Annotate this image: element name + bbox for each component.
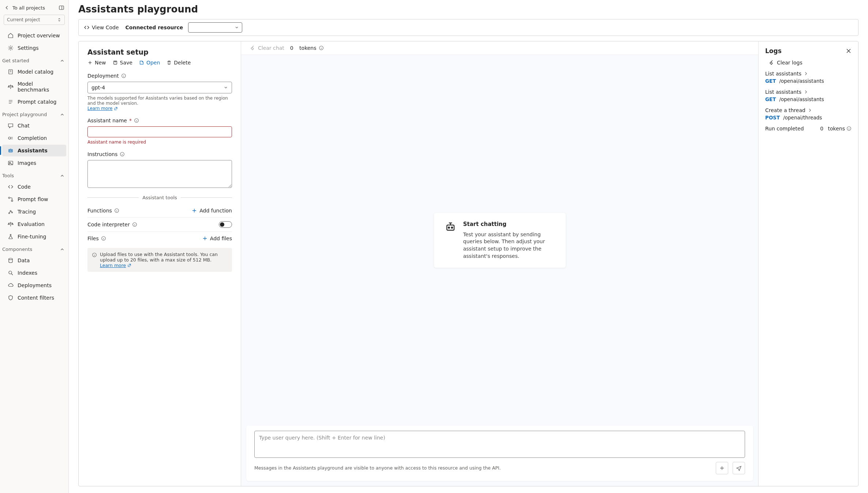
deployment-select[interactable]: gpt-4 bbox=[87, 82, 232, 93]
chevron-right-icon bbox=[804, 90, 808, 94]
nav-assistants[interactable]: Assistants bbox=[2, 145, 66, 156]
gear-icon bbox=[7, 45, 14, 51]
nav-fine-tuning[interactable]: Fine-tuning bbox=[2, 231, 66, 242]
connected-resource-label: Connected resource bbox=[126, 25, 183, 30]
external-link-icon bbox=[127, 263, 131, 267]
info-icon[interactable] bbox=[101, 236, 106, 241]
info-icon[interactable] bbox=[134, 118, 139, 123]
close-icon bbox=[846, 48, 852, 54]
svg-point-1 bbox=[10, 47, 12, 49]
svg-point-3 bbox=[8, 137, 11, 139]
section-components[interactable]: Components bbox=[0, 243, 68, 254]
code-icon bbox=[84, 25, 90, 30]
info-icon[interactable] bbox=[846, 126, 852, 131]
view-code-button[interactable]: View Code bbox=[84, 25, 119, 30]
nav-model-catalog[interactable]: Model catalog bbox=[2, 66, 66, 78]
info-icon[interactable] bbox=[114, 208, 119, 213]
deployment-learn-more-link[interactable]: Learn more bbox=[87, 106, 118, 111]
open-icon bbox=[139, 60, 144, 65]
nav-deployments[interactable]: Deployments bbox=[2, 279, 66, 291]
setup-title: Assistant setup bbox=[87, 48, 232, 56]
project-label: Current project bbox=[7, 17, 40, 22]
add-files-button[interactable]: Add files bbox=[202, 236, 232, 241]
delete-button[interactable]: Delete bbox=[167, 60, 191, 66]
files-learn-more-link[interactable]: Learn more bbox=[100, 263, 131, 268]
panel-collapse-icon[interactable] bbox=[58, 4, 65, 11]
nav-label: Project overview bbox=[18, 33, 60, 38]
nav-prompt-catalog[interactable]: Prompt catalog bbox=[2, 96, 66, 108]
chevron-down-icon bbox=[224, 85, 228, 90]
completion-icon bbox=[7, 135, 14, 141]
scale-icon bbox=[7, 84, 14, 90]
nav-images[interactable]: Images bbox=[2, 157, 66, 169]
flask-icon bbox=[7, 233, 14, 240]
close-logs-button[interactable] bbox=[846, 48, 852, 54]
svg-rect-0 bbox=[59, 6, 64, 10]
chevron-updown-icon bbox=[57, 18, 61, 22]
flow-icon bbox=[7, 196, 14, 203]
external-link-icon bbox=[114, 107, 118, 111]
deployment-help: The models supported for Assistants vari… bbox=[87, 96, 228, 106]
start-body: Test your assistant by sending queries b… bbox=[463, 231, 555, 260]
chevron-up-icon bbox=[60, 247, 65, 252]
info-icon[interactable] bbox=[121, 73, 126, 78]
nav-indexes[interactable]: Indexes bbox=[2, 267, 66, 279]
nav-project-overview[interactable]: Project overview bbox=[2, 30, 66, 41]
clear-chat-button[interactable]: Clear chat bbox=[250, 45, 284, 51]
broom-icon bbox=[769, 60, 775, 66]
new-button[interactable]: New bbox=[87, 60, 106, 66]
chevron-up-icon bbox=[60, 58, 65, 63]
current-project-selector[interactable]: Current project bbox=[4, 15, 65, 25]
section-tools[interactable]: Tools bbox=[0, 169, 68, 181]
nav-tracing[interactable]: Tracing bbox=[2, 206, 66, 218]
chat-panel: Clear chat 0 tokens Start chatting Test … bbox=[241, 41, 759, 486]
nav-evaluation[interactable]: Evaluation bbox=[2, 218, 66, 230]
index-icon bbox=[7, 270, 14, 276]
assistant-icon bbox=[7, 147, 14, 154]
section-playground[interactable]: Project playground bbox=[0, 108, 68, 119]
back-to-projects-link[interactable]: To all projects bbox=[4, 4, 45, 11]
attach-button[interactable] bbox=[716, 462, 728, 474]
svg-point-15 bbox=[9, 271, 12, 274]
info-icon[interactable] bbox=[120, 152, 125, 157]
chat-input[interactable] bbox=[254, 431, 745, 458]
nav-model-benchmarks[interactable]: Model benchmarks bbox=[2, 78, 66, 95]
svg-rect-16 bbox=[113, 61, 117, 64]
chevron-right-icon bbox=[804, 71, 808, 76]
nav-chat[interactable]: Chat bbox=[2, 120, 66, 131]
arrow-left-icon bbox=[4, 4, 10, 11]
add-function-button[interactable]: Add function bbox=[191, 208, 232, 214]
token-count: 0 tokens bbox=[290, 45, 324, 51]
info-icon[interactable] bbox=[319, 45, 324, 51]
info-icon bbox=[92, 252, 97, 257]
chat-icon bbox=[7, 122, 14, 129]
nav-prompt-flow[interactable]: Prompt flow bbox=[2, 193, 66, 205]
nav-settings[interactable]: Settings bbox=[2, 42, 66, 54]
send-button[interactable] bbox=[733, 462, 745, 474]
log-entry[interactable]: List assistants GET /openai/assistants bbox=[765, 71, 852, 84]
nav-completion[interactable]: Completion bbox=[2, 132, 66, 144]
assistant-setup-panel: Assistant setup New Save Open Delete Dep… bbox=[79, 41, 241, 486]
page-title: Assistants playground bbox=[78, 4, 858, 15]
nav-content-filters[interactable]: Content filters bbox=[2, 292, 66, 304]
nav-data[interactable]: Data bbox=[2, 255, 66, 266]
instructions-textarea[interactable] bbox=[87, 160, 232, 188]
shield-icon bbox=[7, 294, 14, 301]
section-get-started[interactable]: Get started bbox=[0, 54, 68, 66]
open-button[interactable]: Open bbox=[139, 60, 160, 66]
log-entry[interactable]: List assistants GET /openai/assistants bbox=[765, 89, 852, 102]
save-button[interactable]: Save bbox=[113, 60, 132, 66]
trash-icon bbox=[167, 60, 172, 65]
info-icon[interactable] bbox=[132, 222, 137, 227]
logs-panel: Logs Clear logs List assistants GET /ope… bbox=[759, 41, 858, 486]
nav-code[interactable]: Code bbox=[2, 181, 66, 193]
assistant-name-input[interactable] bbox=[87, 126, 232, 137]
code-interpreter-toggle[interactable] bbox=[219, 221, 232, 228]
connected-resource-select[interactable] bbox=[188, 22, 242, 33]
start-chatting-card: Start chatting Test your assistant by se… bbox=[434, 213, 566, 268]
run-completed-row: Run completed 0 tokens bbox=[765, 126, 852, 131]
clear-logs-button[interactable]: Clear logs bbox=[769, 60, 852, 66]
log-entry[interactable]: Create a thread POST /openai/threads bbox=[765, 107, 852, 121]
functions-label: Functions bbox=[87, 208, 119, 214]
logs-title: Logs bbox=[765, 47, 782, 55]
